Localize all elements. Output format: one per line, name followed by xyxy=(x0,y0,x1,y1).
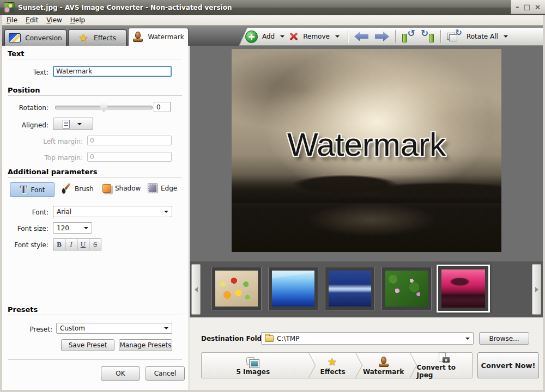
title-bar: Sunset.jpg - AVS Image Converter - Non-a… xyxy=(0,0,545,16)
divider xyxy=(8,59,182,59)
bold-button[interactable]: B xyxy=(53,238,65,250)
menu-view[interactable]: View xyxy=(43,16,66,25)
scroll-left-icon xyxy=(195,287,198,292)
frosty-forest-image xyxy=(329,271,371,307)
water-lilies-image xyxy=(385,271,428,307)
remove-x-icon[interactable] xyxy=(289,32,299,41)
shadow-button-label: Shadow xyxy=(115,185,141,192)
font-family-dropdown[interactable]: Arial xyxy=(53,206,172,217)
blue-mountains-image xyxy=(272,271,314,307)
preset-dropdown[interactable]: Custom xyxy=(56,323,172,334)
thumbnail-pink-sunset-selected[interactable] xyxy=(437,265,490,313)
font-size-dropdown[interactable]: 120 xyxy=(53,222,92,234)
thumbnails-scroll-right-button[interactable] xyxy=(532,264,541,315)
rotate-right-icon[interactable] xyxy=(421,30,434,43)
stamp-icon xyxy=(132,32,143,42)
menu-edit[interactable]: Edit xyxy=(22,16,43,25)
rotate-all-button[interactable]: Rotate All xyxy=(467,33,498,40)
rotation-slider[interactable] xyxy=(55,106,153,109)
aligned-dropdown[interactable] xyxy=(53,118,93,130)
step-effects[interactable]: Effects xyxy=(314,353,352,378)
step-convert-format[interactable]: Convert to Jpeg xyxy=(416,353,472,378)
italic-button[interactable]: I xyxy=(65,238,77,250)
tab-watermark[interactable]: Watermark xyxy=(128,28,189,46)
window-frame-edge xyxy=(543,15,545,392)
images-stack-icon xyxy=(246,357,260,367)
aligned-dropdown-icon xyxy=(77,123,82,125)
menu-help[interactable]: Help xyxy=(67,16,90,25)
underline-button[interactable]: U xyxy=(77,238,89,250)
watermark-text-input[interactable] xyxy=(53,66,172,77)
manage-presets-button[interactable]: Manage Presets xyxy=(119,339,172,351)
font-style-label: Font style: xyxy=(2,241,49,249)
left-margin-input[interactable] xyxy=(87,136,172,145)
thumbnail-water-lilies[interactable] xyxy=(382,267,432,310)
remove-button[interactable]: Remove xyxy=(303,33,330,40)
step-chevron-separator xyxy=(406,353,416,378)
conversion-icon xyxy=(9,33,21,42)
top-margin-input[interactable] xyxy=(87,152,172,162)
app-window: Sunset.jpg - AVS Image Converter - Non-a… xyxy=(0,0,545,392)
align-center-icon xyxy=(63,120,70,128)
previous-arrow-icon[interactable] xyxy=(354,32,368,41)
rotation-label: Rotation: xyxy=(2,104,49,112)
pink-sunset-image xyxy=(441,270,485,308)
font-size-dropdown-icon xyxy=(84,227,88,229)
rotate-all-dropdown-icon[interactable] xyxy=(504,35,508,38)
step-effects-label: Effects xyxy=(320,368,346,376)
edge-parameters-button[interactable]: Edge xyxy=(148,184,177,193)
rotation-slider-thumb[interactable] xyxy=(100,102,107,112)
rotate-all-icon[interactable] xyxy=(447,30,461,43)
tab-conversion[interactable]: Conversion xyxy=(4,29,66,46)
tab-effects-label: Effects xyxy=(94,34,116,42)
watermark-settings-panel: Text Text: Position Rotation: Aligned: L… xyxy=(2,46,189,390)
window-frame-edge xyxy=(0,390,545,392)
watermark-overlay-text[interactable]: Watermark xyxy=(287,126,446,163)
browse-button[interactable]: Browse... xyxy=(479,332,529,345)
ok-button[interactable]: OK xyxy=(101,366,140,381)
cancel-button[interactable]: Cancel xyxy=(146,366,185,381)
thumbnail-fruits[interactable] xyxy=(211,267,262,310)
star-icon xyxy=(328,357,338,367)
thumbnail-frosty-forest[interactable] xyxy=(325,267,375,310)
rotation-value-input[interactable] xyxy=(154,102,171,112)
font-parameters-button[interactable]: Font xyxy=(10,182,55,197)
shadow-parameters-button[interactable]: Shadow xyxy=(102,184,141,193)
thumbnail-strip xyxy=(190,261,543,317)
step-convert-label: Convert to Jpeg xyxy=(417,364,471,379)
close-button[interactable]: × xyxy=(535,3,541,10)
thumbnail-blue-mountains[interactable] xyxy=(268,267,318,310)
main-toolbar: Add Remove Rotate All xyxy=(233,27,543,46)
save-preset-button[interactable]: Save Preset xyxy=(61,339,114,351)
font-size-label: Font size: xyxy=(2,225,49,232)
rotate-left-icon[interactable] xyxy=(402,30,415,43)
brush-parameters-button[interactable]: Brush xyxy=(60,183,94,195)
add-plus-icon[interactable] xyxy=(245,30,258,43)
step-watermark[interactable]: Watermark xyxy=(361,353,406,378)
additional-parameters-title: Additional parameters xyxy=(8,168,98,176)
star-icon xyxy=(78,33,89,44)
destination-folder-combobox[interactable]: C:\TMP xyxy=(261,332,474,345)
preset-dropdown-icon xyxy=(164,327,168,329)
remove-dropdown-icon[interactable] xyxy=(335,35,340,38)
strikethrough-button[interactable]: S xyxy=(89,238,101,250)
add-button[interactable]: Add xyxy=(262,33,275,40)
tab-effects[interactable]: Effects xyxy=(68,29,126,46)
step-images[interactable]: 5 Images xyxy=(202,353,305,378)
folder-icon xyxy=(265,335,274,342)
maximize-button[interactable]: □ xyxy=(524,3,530,10)
next-arrow-icon[interactable] xyxy=(375,32,389,41)
add-dropdown-icon[interactable] xyxy=(280,35,284,38)
scroll-right-icon xyxy=(535,287,538,292)
text-label: Text: xyxy=(2,69,49,76)
convert-now-button[interactable]: Convert Now! xyxy=(477,352,539,378)
preview-image: Watermark xyxy=(232,49,501,252)
menu-file[interactable]: File xyxy=(3,16,22,25)
toolbar-separator xyxy=(395,30,396,43)
minimize-button[interactable]: – xyxy=(516,3,519,10)
brush-button-label: Brush xyxy=(75,185,94,193)
camera-doc-icon xyxy=(438,352,450,363)
font-family-value: Arial xyxy=(57,208,71,216)
preset-value: Custom xyxy=(60,324,85,332)
thumbnails-scroll-left-button[interactable] xyxy=(191,264,201,315)
